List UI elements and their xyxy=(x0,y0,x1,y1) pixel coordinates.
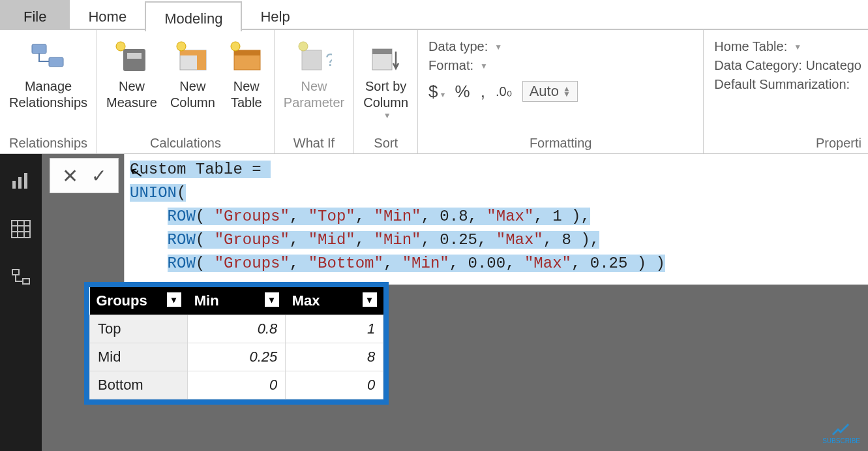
sort-by-column-button[interactable]: Sort by Column▼ xyxy=(361,37,411,122)
svg-rect-20 xyxy=(12,221,30,238)
new-parameter-button[interactable]: ? New Parameter xyxy=(281,37,347,112)
cell-min: 0.8 xyxy=(188,315,286,343)
spinner-icon[interactable]: ▲▼ xyxy=(563,86,571,97)
svg-point-8 xyxy=(177,42,186,51)
svg-rect-25 xyxy=(12,270,19,275)
new-column-button[interactable]: New Column xyxy=(168,37,218,112)
report-view-button[interactable] xyxy=(10,170,32,192)
data-category-label: Data Category: Uncatego xyxy=(714,58,861,73)
filter-icon[interactable]: ▾ xyxy=(265,292,279,307)
parameter-icon: ? xyxy=(296,38,333,74)
menu-bar: File Home Modeling Help xyxy=(0,0,868,30)
formatting-group-label: Formatting xyxy=(425,133,696,153)
relationships-icon xyxy=(30,38,67,74)
manage-relationships-button[interactable]: Manage Relationships xyxy=(7,37,90,112)
decimals-auto-label: Auto xyxy=(530,83,559,100)
formula-bar: ✕ ✓ Custom Table = UNION( ROW( "Groups",… xyxy=(42,154,868,285)
new-table-button[interactable]: New Table xyxy=(226,37,267,112)
new-parameter-label: New Parameter xyxy=(284,78,344,111)
cell-groups: Top xyxy=(90,315,188,343)
new-table-label: New Table xyxy=(231,78,262,111)
whatif-group-label: What If xyxy=(281,133,347,153)
ribbon-group-formatting: Data type:▼ Format:▼ $▾ % , .0₀ Auto ▲▼ … xyxy=(418,30,704,153)
svg-rect-2 xyxy=(123,49,145,71)
calculations-group-label: Calculations xyxy=(104,133,267,153)
col-header-groups[interactable]: Groups▾ xyxy=(90,287,188,315)
svg-point-4 xyxy=(116,42,125,51)
svg-point-11 xyxy=(231,42,240,51)
main-area: ✕ ✓ Custom Table = UNION( ROW( "Groups",… xyxy=(42,154,868,451)
ribbon-group-properties: Home Table:▼ Data Category: Uncatego Def… xyxy=(704,30,868,153)
table-row[interactable]: Mid 0.25 8 xyxy=(90,343,383,371)
chevron-down-icon[interactable]: ▼ xyxy=(794,42,801,52)
format-label: Format: xyxy=(428,58,473,73)
new-column-label: New Column xyxy=(170,78,215,111)
column-icon xyxy=(174,38,211,74)
sort-icon xyxy=(368,38,404,74)
relationships-group-label: Relationships xyxy=(7,133,90,153)
chevron-down-icon[interactable]: ▼ xyxy=(494,42,502,52)
tab-file[interactable]: File xyxy=(0,0,70,29)
table-row[interactable]: Bottom 0 0 xyxy=(90,371,383,399)
chevron-down-icon: ▼ xyxy=(383,111,391,121)
new-measure-label: New Measure xyxy=(106,78,157,111)
ribbon: Manage Relationships Relationships New M… xyxy=(0,30,868,154)
col-header-min[interactable]: Min▾ xyxy=(188,287,286,315)
cell-max: 0 xyxy=(286,371,383,399)
view-rail xyxy=(0,154,42,451)
svg-rect-3 xyxy=(127,53,142,59)
tab-help[interactable]: Help xyxy=(242,0,308,29)
home-table-label: Home Table: xyxy=(714,39,787,54)
commit-formula-button[interactable]: ✓ xyxy=(91,165,106,187)
new-measure-button[interactable]: New Measure xyxy=(104,37,160,112)
cell-groups: Mid xyxy=(90,343,188,371)
result-table: Groups▾ Min▾ Max▾ Top 0.8 1 Mid 0.25 8 xyxy=(89,287,383,399)
svg-rect-16 xyxy=(372,49,392,54)
sort-by-column-label: Sort by Column xyxy=(363,78,408,111)
filter-icon[interactable]: ▾ xyxy=(167,292,181,307)
col-header-max[interactable]: Max▾ xyxy=(286,287,383,315)
decimals-auto-input[interactable]: Auto ▲▼ xyxy=(522,81,578,102)
chevron-down-icon[interactable]: ▼ xyxy=(480,61,488,70)
percent-button[interactable]: % xyxy=(455,82,470,102)
cell-groups: Bottom xyxy=(90,371,188,399)
svg-rect-26 xyxy=(23,279,29,284)
manage-relationships-label: Manage Relationships xyxy=(9,78,87,111)
data-view-button[interactable] xyxy=(10,218,32,240)
decimal-button[interactable]: .0₀ xyxy=(496,84,512,99)
tab-home[interactable]: Home xyxy=(70,0,145,29)
formula-editor[interactable]: Custom Table = UNION( ROW( "Groups", "To… xyxy=(124,154,868,285)
cell-min: 0 xyxy=(188,371,286,399)
subscribe-watermark: SUBSCRIBE xyxy=(822,423,860,444)
svg-rect-19 xyxy=(24,173,27,189)
workspace: ✕ ✓ Custom Table = UNION( ROW( "Groups",… xyxy=(0,154,868,451)
cancel-formula-button[interactable]: ✕ xyxy=(62,164,78,187)
cell-min: 0.25 xyxy=(188,343,286,371)
sort-group-label: Sort xyxy=(361,133,411,153)
svg-rect-12 xyxy=(302,50,322,70)
formula-controls: ✕ ✓ xyxy=(50,158,119,193)
cell-max: 1 xyxy=(286,315,383,343)
measure-icon xyxy=(113,38,150,74)
ribbon-group-sort: Sort by Column▼ Sort xyxy=(354,30,418,153)
cell-max: 8 xyxy=(286,343,383,371)
svg-rect-10 xyxy=(234,50,260,55)
svg-rect-0 xyxy=(32,44,46,54)
ribbon-group-relationships: Manage Relationships Relationships xyxy=(0,30,97,153)
default-summarization-label: Default Summarization: xyxy=(714,77,850,92)
tab-modeling[interactable]: Modeling xyxy=(145,1,242,31)
properties-group-label: Properti xyxy=(710,133,861,153)
ribbon-group-calculations: New Measure New Column xyxy=(97,30,275,153)
svg-point-14 xyxy=(299,42,308,51)
model-view-button[interactable] xyxy=(10,266,32,288)
svg-text:?: ? xyxy=(325,50,332,70)
table-row[interactable]: Top 0.8 1 xyxy=(90,315,383,343)
svg-rect-17 xyxy=(12,181,16,189)
svg-rect-1 xyxy=(49,57,63,67)
result-table-highlight: Groups▾ Min▾ Max▾ Top 0.8 1 Mid 0.25 8 xyxy=(84,282,389,405)
currency-button[interactable]: $▾ xyxy=(428,82,444,102)
filter-icon[interactable]: ▾ xyxy=(363,292,377,307)
svg-rect-18 xyxy=(18,177,22,189)
thousands-button[interactable]: , xyxy=(481,82,485,102)
ribbon-group-whatif: ? New Parameter What If xyxy=(275,30,354,153)
